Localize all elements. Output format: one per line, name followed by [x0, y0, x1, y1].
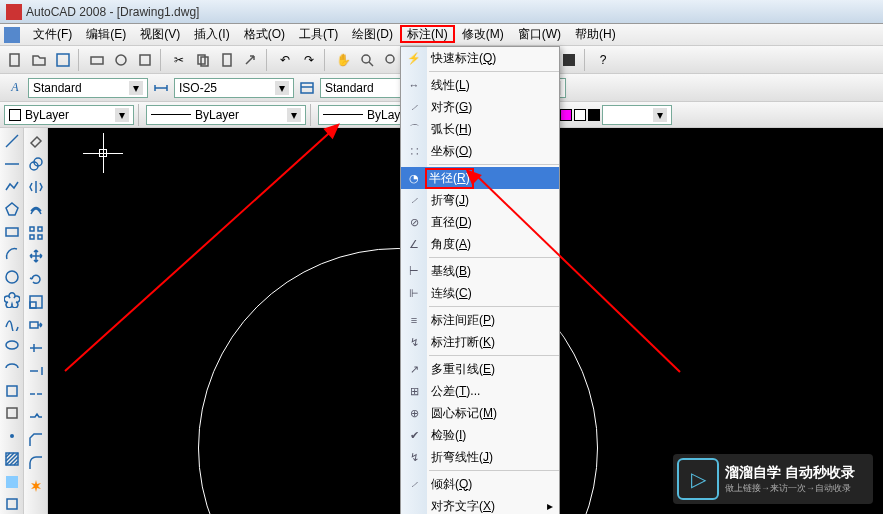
system-menu-icon[interactable] [4, 27, 20, 43]
arc-tool[interactable] [1, 244, 23, 266]
rectangle-tool[interactable] [1, 221, 23, 243]
menu-item[interactable]: ⌒弧长(H) [401, 118, 559, 140]
text-style-button[interactable]: A [4, 77, 26, 99]
pan-button[interactable]: ✋ [332, 49, 354, 71]
menu-item[interactable]: ↯标注打断(K) [401, 331, 559, 353]
menu-item[interactable]: ↯折弯线性(J) [401, 446, 559, 468]
svg-rect-26 [7, 386, 17, 396]
rotate-tool[interactable] [25, 268, 47, 290]
menu-item[interactable]: 标注(N) [400, 25, 455, 43]
paste-button[interactable] [216, 49, 238, 71]
spline-tool[interactable] [1, 312, 23, 334]
menu-item[interactable]: ↗多重引线(E) [401, 358, 559, 380]
menu-item[interactable]: ⟋对齐(G) [401, 96, 559, 118]
mirror-tool[interactable] [25, 176, 47, 198]
menu-item-icon: ⊩ [403, 287, 425, 300]
menu-item[interactable]: 编辑(E) [79, 25, 133, 43]
dim-style-button[interactable] [150, 77, 172, 99]
menu-item[interactable]: 插入(I) [187, 25, 236, 43]
circle-tool[interactable] [1, 266, 23, 288]
menu-item[interactable]: ⚡快速标注(Q) [401, 47, 559, 69]
menu-item[interactable]: ◔半径(R) [401, 167, 559, 189]
array-tool[interactable] [25, 222, 47, 244]
menu-item[interactable]: 视图(V) [133, 25, 187, 43]
menu-item[interactable]: 对齐文字(X)▸ [401, 495, 559, 514]
dim-style-combo[interactable]: ISO-25 ▾ [174, 78, 294, 98]
swatch-black[interactable] [588, 109, 600, 121]
menu-item[interactable]: ⸬坐标(O) [401, 140, 559, 162]
menu-item[interactable]: ⊢基线(B) [401, 260, 559, 282]
join-tool[interactable] [25, 406, 47, 428]
make-block-tool[interactable] [1, 403, 23, 425]
zoom-window-button[interactable] [380, 49, 402, 71]
ellipse-arc-tool[interactable] [1, 357, 23, 379]
plot-style-combo[interactable]: ▾ [602, 105, 672, 125]
move-tool[interactable] [25, 245, 47, 267]
save-button[interactable] [52, 49, 74, 71]
stretch-tool[interactable] [25, 314, 47, 336]
new-button[interactable] [4, 49, 26, 71]
copy-tool[interactable] [25, 153, 47, 175]
menu-item[interactable]: 帮助(H) [568, 25, 623, 43]
trim-tool[interactable] [25, 337, 47, 359]
undo-button[interactable]: ↶ [274, 49, 296, 71]
fillet-tool[interactable] [25, 452, 47, 474]
menu-item[interactable]: 修改(M) [455, 25, 511, 43]
chamfer-tool[interactable] [25, 429, 47, 451]
menu-item[interactable]: 窗口(W) [511, 25, 568, 43]
menu-item[interactable]: 工具(T) [292, 25, 345, 43]
menu-item[interactable]: ⊩连续(C) [401, 282, 559, 304]
print-button[interactable] [86, 49, 108, 71]
menu-item[interactable]: ⟋折弯(J) [401, 189, 559, 211]
ellipse-tool[interactable] [1, 334, 23, 356]
menu-item[interactable]: 绘图(D) [345, 25, 400, 43]
menu-item[interactable]: ⊞公差(T)... [401, 380, 559, 402]
polyline-tool[interactable] [1, 175, 23, 197]
insert-block-tool[interactable] [1, 380, 23, 402]
cut-button[interactable]: ✂ [168, 49, 190, 71]
table-style-button[interactable] [296, 77, 318, 99]
swatch-magenta[interactable] [560, 109, 572, 121]
xline-tool[interactable] [1, 153, 23, 175]
menu-item[interactable]: ⟋倾斜(Q) [401, 473, 559, 495]
region-tool[interactable] [1, 494, 23, 515]
submenu-arrow-icon: ▸ [547, 499, 559, 513]
menu-item-label: 标注间距(P) [425, 312, 495, 329]
explode-tool[interactable] [25, 475, 47, 497]
open-button[interactable] [28, 49, 50, 71]
line-tool[interactable] [1, 130, 23, 152]
revcloud-tool[interactable] [1, 289, 23, 311]
scale-tool[interactable] [25, 291, 47, 313]
text-style-combo[interactable]: Standard ▾ [28, 78, 148, 98]
offset-tool[interactable] [25, 199, 47, 221]
menu-item[interactable]: ⊕圆心标记(M) [401, 402, 559, 424]
linetype-combo[interactable]: ByLayer ▾ [146, 105, 306, 125]
menu-item[interactable]: ∠角度(A) [401, 233, 559, 255]
help-button[interactable]: ? [592, 49, 614, 71]
polygon-tool[interactable] [1, 198, 23, 220]
redo-button[interactable]: ↷ [298, 49, 320, 71]
erase-tool[interactable] [25, 130, 47, 152]
publish-button[interactable] [134, 49, 156, 71]
break-tool[interactable] [25, 383, 47, 405]
match-button[interactable] [240, 49, 262, 71]
hatch-tool[interactable] [1, 448, 23, 470]
svg-rect-40 [38, 235, 42, 239]
gradient-tool[interactable] [1, 471, 23, 493]
menu-item[interactable]: ⊘直径(D) [401, 211, 559, 233]
plot-preview-button[interactable] [110, 49, 132, 71]
menu-item[interactable]: ↔线性(L) [401, 74, 559, 96]
menu-item[interactable]: ≡标注间距(P) [401, 309, 559, 331]
menu-item[interactable]: ✔检验(I) [401, 424, 559, 446]
swatch-white[interactable] [574, 109, 586, 121]
color-combo[interactable]: ByLayer ▾ [4, 105, 134, 125]
menu-item-label: 线性(L) [425, 77, 470, 94]
zoom-realtime-button[interactable] [356, 49, 378, 71]
svg-rect-43 [30, 322, 38, 328]
extend-tool[interactable] [25, 360, 47, 382]
menu-item[interactable]: 文件(F) [26, 25, 79, 43]
calc-button[interactable] [558, 49, 580, 71]
menu-item[interactable]: 格式(O) [237, 25, 292, 43]
point-tool[interactable] [1, 425, 23, 447]
copy-button[interactable] [192, 49, 214, 71]
